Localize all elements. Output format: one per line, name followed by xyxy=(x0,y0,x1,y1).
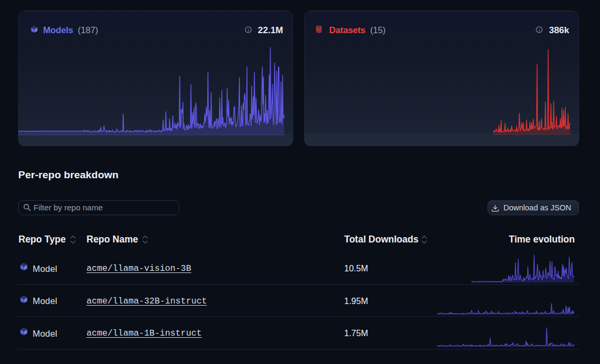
svg-text:i: i xyxy=(248,28,249,33)
svg-text:i: i xyxy=(538,28,540,33)
